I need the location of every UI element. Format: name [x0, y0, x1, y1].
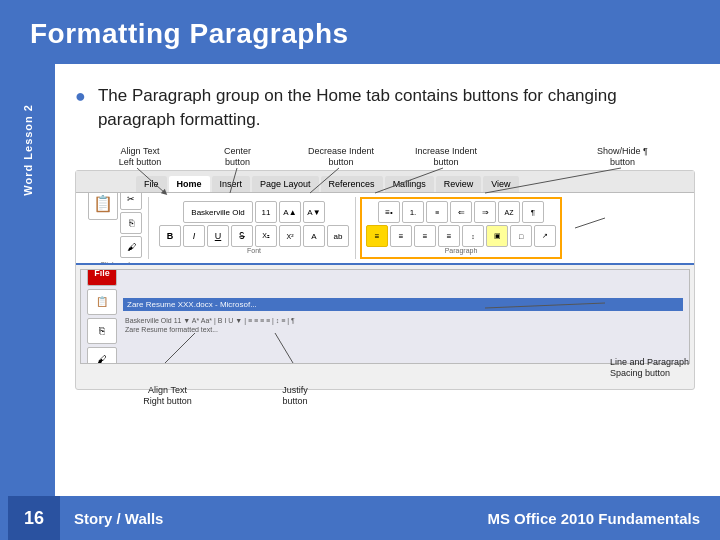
font-size-select[interactable]: 11 — [255, 201, 277, 223]
clipboard-label: Clipboard — [100, 261, 130, 265]
highlight-button[interactable]: ab — [327, 225, 349, 247]
label-align-text-right: Align TextRight button — [130, 385, 205, 408]
clipboard-buttons: 📋 ✂ ⎘ 🖌 — [88, 193, 142, 258]
label-line-paragraph-spacing: Line and ParagraphSpacing button — [610, 357, 700, 380]
bullet-point: ● The Paragraph group on the Home tab co… — [75, 84, 695, 132]
font-label: Font — [247, 247, 261, 254]
screenshot-wrapper: Align TextLeft button Centerbutton Decre… — [75, 148, 695, 390]
tab-references[interactable]: References — [321, 176, 383, 192]
bullet-icon: ● — [75, 86, 86, 107]
align-right-button[interactable]: ≡ — [414, 225, 436, 247]
group-paragraph: ≡• 1. ≡ ⇐ ⇒ AZ ¶ ≡ ≡ — [360, 197, 562, 259]
subscript-button[interactable]: X₂ — [255, 225, 277, 247]
label-increase-indent: Increase Indentbutton — [410, 146, 482, 169]
italic-button[interactable]: I — [183, 225, 205, 247]
tab-page-layout[interactable]: Page Layout — [252, 176, 319, 192]
decrease-font-button[interactable]: A▼ — [303, 201, 325, 223]
tab-review[interactable]: Review — [436, 176, 482, 192]
doc-titlebar: Zare Resume XXX.docx - Microsof... — [123, 298, 683, 311]
format-painter-button[interactable]: 🖌 — [120, 236, 142, 258]
label-justify: Justifybutton — [270, 385, 320, 408]
file-button[interactable]: File — [87, 269, 117, 286]
footer-left-text: Story / Walls — [74, 510, 163, 527]
paste-doc-button[interactable]: 📋 — [87, 289, 117, 315]
tab-view[interactable]: View — [483, 176, 518, 192]
increase-indent-button[interactable]: ⇒ — [474, 201, 496, 223]
align-center-button[interactable]: ≡ — [390, 225, 412, 247]
superscript-button[interactable]: X² — [279, 225, 301, 247]
sample-text-1: Zare Resume formatted text... — [125, 326, 218, 333]
group-font: Baskerville Old 11 A▲ A▼ B I U S̶ X₂ — [153, 197, 356, 259]
tab-file[interactable]: File — [136, 176, 167, 192]
doc-sidebar: File 📋 ⎘ 🖌 — [87, 269, 117, 364]
ribbon-body: 📋 ✂ ⎘ 🖌 Clipboard — [76, 193, 694, 265]
font-color-button[interactable]: A — [303, 225, 325, 247]
show-hide-button[interactable]: ¶ — [522, 201, 544, 223]
font-name-select[interactable]: Baskerville Old — [183, 201, 253, 223]
multilevel-list-button[interactable]: ≡ — [426, 201, 448, 223]
increase-font-button[interactable]: A▲ — [279, 201, 301, 223]
strikethrough-button[interactable]: S̶ — [231, 225, 253, 247]
paragraph-label: Paragraph — [445, 247, 478, 254]
justify-button[interactable]: ≡ — [438, 225, 460, 247]
slide-title: Formatting Paragraphs — [30, 18, 349, 50]
paste-button[interactable]: 📋 — [88, 193, 118, 220]
main-content: ● The Paragraph group on the Home tab co… — [55, 64, 720, 496]
slide-number: 16 — [8, 496, 60, 540]
tab-mailings[interactable]: Mailings — [385, 176, 434, 192]
copy-button[interactable]: ⎘ — [120, 212, 142, 234]
label-center: Centerbutton — [210, 146, 265, 169]
bold-button[interactable]: B — [159, 225, 181, 247]
numbering-button[interactable]: 1. — [402, 201, 424, 223]
sort-button[interactable]: AZ — [498, 201, 520, 223]
border-button[interactable]: □ — [510, 225, 532, 247]
slide: Formatting Paragraphs Word Lesson 2 ● Th… — [0, 0, 720, 540]
shading-button[interactable]: ▣ — [486, 225, 508, 247]
document-area: File 📋 ⎘ 🖌 Zare Resume XXX.docx - Micros… — [80, 269, 690, 364]
line-spacing-button[interactable]: ↕ — [462, 225, 484, 247]
group-clipboard: 📋 ✂ ⎘ 🖌 Clipboard — [82, 197, 149, 259]
bullet-text: The Paragraph group on the Home tab cont… — [98, 84, 695, 132]
cut-button[interactable]: ✂ — [120, 193, 142, 210]
title-bar: Formatting Paragraphs — [0, 0, 720, 64]
tab-home[interactable]: Home — [169, 176, 210, 192]
paragraph-dialog-launcher[interactable]: ↗ — [534, 225, 556, 247]
tab-insert[interactable]: Insert — [212, 176, 251, 192]
label-decrease-indent: Decrease Indentbutton — [305, 146, 377, 169]
decrease-indent-button[interactable]: ⇐ — [450, 201, 472, 223]
format-doc-button[interactable]: 🖌 — [87, 347, 117, 364]
ribbon-mockup: File Home Insert Page Layout References … — [75, 170, 695, 390]
doc-main-content: Zare Resume XXX.docx - Microsof... Baske… — [123, 298, 683, 335]
label-show-hide: Show/Hide ¶button — [585, 146, 660, 169]
footer: 16 Story / Walls MS Office 2010 Fundamen… — [0, 496, 720, 540]
underline-button[interactable]: U — [207, 225, 229, 247]
align-left-button[interactable]: ≡ — [366, 225, 388, 247]
ribbon-tabs: File Home Insert Page Layout References … — [76, 171, 694, 193]
copy-doc-button[interactable]: ⎘ — [87, 318, 117, 344]
left-sidebar: Word Lesson 2 — [0, 64, 55, 496]
label-align-text-left: Align TextLeft button — [105, 146, 175, 169]
lesson-label: Word Lesson 2 — [22, 104, 34, 196]
footer-right-text: MS Office 2010 Fundamentals — [487, 510, 700, 527]
bullets-button[interactable]: ≡• — [378, 201, 400, 223]
content-area: Word Lesson 2 ● The Paragraph group on t… — [0, 64, 720, 496]
